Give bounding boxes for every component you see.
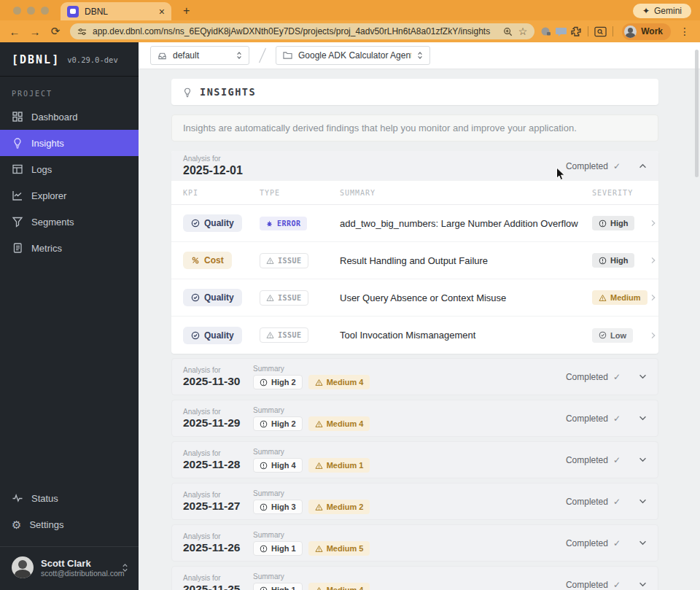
forward-button[interactable]: → <box>26 26 44 38</box>
lightbulb-icon <box>12 137 23 149</box>
summary-label: Summary <box>253 405 370 415</box>
zoom-page-icon[interactable] <box>503 27 513 36</box>
column-header-severity: SEVERITY <box>592 189 648 197</box>
sidebar-item-label: Status <box>31 493 58 504</box>
medium-count-badge: Medium 4 <box>308 375 370 389</box>
high-count-badge: High 4 <box>253 458 303 473</box>
chart-line-icon <box>12 190 23 201</box>
warning-triangle-icon <box>315 379 323 387</box>
pulse-icon <box>12 492 23 504</box>
analysis-card-collapsed[interactable]: Analysis for 2025-11-26 Summary High 1 M… <box>171 524 658 562</box>
sidebar-item-settings[interactable]: ⚙ Settings <box>0 511 139 537</box>
check-icon: ✓ <box>613 414 621 424</box>
analysis-for-label: Analysis for <box>183 154 243 163</box>
window-controls[interactable] <box>0 0 61 20</box>
window-close-button[interactable] <box>13 7 21 15</box>
expand-chevron-down-icon[interactable] <box>639 457 647 462</box>
analysis-card-collapsed[interactable]: Analysis for 2025-11-25 Summary High 1 M… <box>171 566 658 590</box>
gemini-button[interactable]: ✦ Gemini <box>633 4 691 18</box>
type-badge-issue: ISSUE <box>260 327 308 343</box>
back-button[interactable]: ← <box>6 26 23 38</box>
extensions-puzzle-icon[interactable] <box>570 26 582 37</box>
expand-chevron-down-icon[interactable] <box>639 499 647 504</box>
window-minimize-button[interactable] <box>27 7 35 15</box>
tab-title: DBNL <box>85 7 153 17</box>
insight-row[interactable]: Quality ISSUE User Query Absence or Cont… <box>171 279 658 317</box>
insight-row[interactable]: Cost ISSUE Result Handling and Output Fa… <box>171 242 658 279</box>
sidebar-item-segments[interactable]: Segments <box>0 209 139 235</box>
app-logo[interactable]: [DBNL] v0.29.0-dev <box>0 42 139 77</box>
extension-badge-icon[interactable] <box>540 26 552 37</box>
expand-chevron-down-icon[interactable] <box>639 416 647 421</box>
chevron-right-icon <box>651 220 656 227</box>
browser-tab[interactable]: DBNL × <box>61 2 171 20</box>
user-profile[interactable]: Scott Clark scott@distributional.com <box>0 547 139 590</box>
expand-chevron-down-icon[interactable] <box>639 540 647 546</box>
analysis-card-collapsed[interactable]: Analysis for 2025-11-30 Summary High 2 M… <box>171 358 658 395</box>
sidebar-item-metrics[interactable]: Metrics <box>0 235 139 261</box>
sidebar-item-label: Explorer <box>31 190 66 201</box>
summary-label: Summary <box>253 489 370 498</box>
analysis-date: 2025-11-27 <box>183 500 253 513</box>
analysis-card-header[interactable]: Analysis for 2025-12-01 Completed ✓ <box>171 151 658 181</box>
insight-row[interactable]: Quality ERROR add_two_big_numbers: Large… <box>171 205 658 242</box>
reload-button[interactable]: ⟳ <box>47 25 64 38</box>
toolbar-divider <box>612 26 613 36</box>
browser-toolbar: ← → ⟳ app.dev.dbnl.com/ns/ns_6EQyidK8jAw… <box>0 20 700 42</box>
severity-badge-low: Low <box>592 328 633 343</box>
side-panel-search-icon[interactable] <box>594 26 607 37</box>
user-avatar <box>12 556 34 578</box>
context-toolbar: default Google ADK Calculator Agent Tuto… <box>139 42 700 69</box>
bookmark-star-icon[interactable]: ☆ <box>518 26 528 36</box>
kpi-badge-quality: Quality <box>183 327 242 344</box>
medium-count-badge: Medium 4 <box>308 416 370 431</box>
warning-triangle-icon <box>599 294 607 302</box>
tab-favicon-icon <box>67 6 79 18</box>
sidebar-section-label: PROJECT <box>0 77 139 104</box>
analysis-card-collapsed[interactable]: Analysis for 2025-11-27 Summary High 3 M… <box>171 483 658 520</box>
url-bar[interactable]: app.dev.dbnl.com/ns/ns_6EQyidK8jAwDXNth0… <box>70 23 534 39</box>
dbnl-logo: [DBNL] <box>12 53 60 66</box>
url-text[interactable]: app.dev.dbnl.com/ns/ns_6EQyidK8jAwDXNth0… <box>93 26 497 36</box>
sidebar-item-insights[interactable]: Insights <box>0 130 139 156</box>
sidebar-item-label: Logs <box>31 164 52 175</box>
expand-chevron-down-icon[interactable] <box>639 582 647 587</box>
browser-menu-button[interactable]: ⋮ <box>677 26 693 37</box>
sidebar-item-status[interactable]: Status <box>0 485 139 511</box>
check-circle-icon <box>191 219 200 228</box>
chat-extension-icon[interactable] <box>555 26 567 37</box>
tab-close-icon[interactable]: × <box>159 7 165 17</box>
site-settings-icon[interactable] <box>77 27 87 36</box>
column-header-summary: SUMMARY <box>340 189 592 197</box>
warning-triangle-icon <box>266 257 274 265</box>
check-icon: ✓ <box>613 372 621 382</box>
sidebar: [DBNL] v0.29.0-dev PROJECT Dashboard Ins… <box>0 42 139 590</box>
project-selector[interactable]: Google ADK Calculator Agent Tutoria... <box>276 46 430 65</box>
browser-profile-button[interactable]: Work <box>622 23 671 40</box>
warning-triangle-icon <box>315 503 323 511</box>
workspace-selector[interactable]: default <box>150 46 249 65</box>
chevron-updown-icon <box>122 563 128 572</box>
medium-count-badge: Medium 5 <box>308 541 370 556</box>
insights-page: INSIGHTS Insights are automatically deri… <box>139 69 700 590</box>
check-icon: ✓ <box>613 455 621 465</box>
chevron-right-icon <box>651 294 656 301</box>
sidebar-item-explorer[interactable]: Explorer <box>0 182 139 209</box>
expand-chevron-down-icon[interactable] <box>639 374 647 379</box>
medium-count-badge: Medium 1 <box>308 458 370 473</box>
window-zoom-button[interactable] <box>41 7 49 15</box>
page-scrollbar[interactable] <box>695 50 699 177</box>
check-icon: ✓ <box>613 538 621 548</box>
new-tab-button[interactable]: + <box>183 4 190 20</box>
insights-table-header: KPI TYPE SUMMARY SEVERITY <box>171 181 658 205</box>
summary-label: Summary <box>253 447 370 457</box>
sidebar-item-logs[interactable]: Logs <box>0 156 139 182</box>
page-title: INSIGHTS <box>200 86 256 98</box>
summary-label: Summary <box>253 572 370 581</box>
collapse-chevron-up-icon[interactable] <box>639 163 647 168</box>
insight-row[interactable]: Quality ISSUE Tool Invocation Mismanagem… <box>171 317 658 354</box>
check-icon: ✓ <box>613 497 621 507</box>
analysis-card-collapsed[interactable]: Analysis for 2025-11-29 Summary High 2 M… <box>171 400 658 437</box>
analysis-card-collapsed[interactable]: Analysis for 2025-11-28 Summary High 4 M… <box>171 441 658 478</box>
sidebar-item-dashboard[interactable]: Dashboard <box>0 104 139 130</box>
